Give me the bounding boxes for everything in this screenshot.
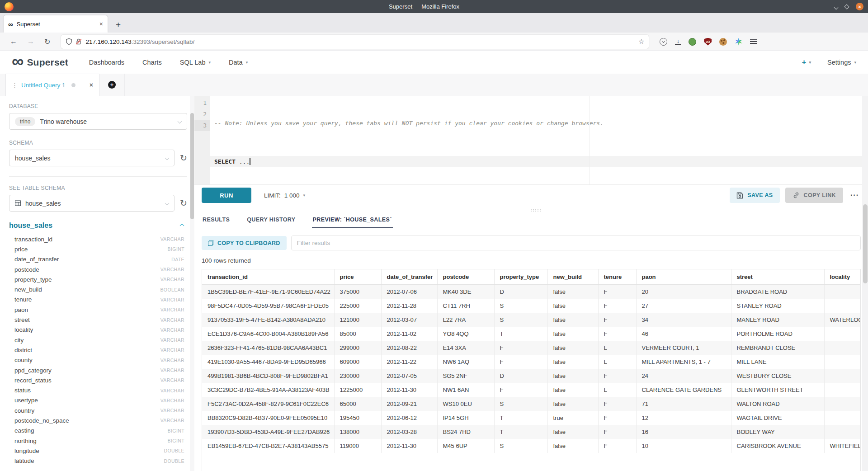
save-as-button[interactable]: SAVE AS: [730, 188, 779, 203]
tab-preview-house-sales[interactable]: PREVIEW: `HOUSE_SALES`: [312, 214, 393, 228]
run-button[interactable]: RUN: [202, 188, 251, 203]
column-header[interactable]: locality: [824, 269, 860, 285]
download-icon[interactable]: ↓: [675, 38, 681, 45]
privacy-badger-extension-icon[interactable]: [689, 38, 696, 46]
browser-tab-superset[interactable]: ∞ Superset ×: [4, 15, 108, 33]
table-cell: false: [547, 425, 598, 439]
query-tab-untitled-1[interactable]: ⋮ Untitled Query 1 ×: [5, 74, 99, 96]
column-header[interactable]: street: [731, 269, 824, 285]
superset-logo[interactable]: ∞ Superset: [12, 57, 68, 68]
table-cell: [824, 299, 860, 313]
url-bar[interactable]: 217.160.120.143 :32393/superset/sqllab/ …: [61, 35, 649, 49]
menu-icon[interactable]: [750, 38, 757, 45]
table-cell: BRADGATE ROAD: [731, 285, 824, 299]
back-button[interactable]: ←: [6, 38, 21, 46]
add-query-tab[interactable]: +: [99, 74, 125, 96]
cookie-extension-icon[interactable]: [719, 38, 727, 46]
reload-button[interactable]: ↻: [41, 38, 54, 46]
results-toolbar: COPY TO CLIPBOARD: [202, 236, 861, 250]
collapse-chevron-up-icon[interactable]: [180, 223, 184, 228]
column-header[interactable]: tenure: [598, 269, 636, 285]
nav-item-dashboards[interactable]: Dashboards: [89, 59, 124, 66]
schema-label: SCHEMA: [9, 140, 187, 146]
column-name: price: [14, 246, 28, 253]
column-type: BIGINT: [168, 246, 187, 252]
extension-icon[interactable]: [735, 38, 742, 46]
editor-code-area[interactable]: -- Note: Unless you save your query, the…: [210, 96, 868, 184]
table-cell: T: [494, 411, 547, 425]
sidebar-scrollbar[interactable]: [190, 96, 194, 471]
window-minimize-icon[interactable]: [835, 3, 838, 11]
copy-to-clipboard-button[interactable]: COPY TO CLIPBOARD: [202, 236, 287, 250]
table-row: 499B1981-3B6B-4BCD-808F-9FED9802BFA1 230…: [202, 369, 860, 383]
refresh-table-icon[interactable]: ↻: [180, 199, 187, 207]
sql-workpane: 1 2 3 -- Note: Unless you save your quer…: [194, 96, 868, 471]
table-cell: NW1 6AN: [437, 383, 494, 397]
schema-column: easting BIGINT: [9, 426, 187, 436]
window-close-icon[interactable]: ×: [856, 3, 863, 10]
tab-close-icon[interactable]: ×: [99, 20, 103, 28]
table-cell: [824, 411, 860, 425]
refresh-schema-icon[interactable]: ↻: [180, 154, 187, 162]
table-cell: 2012-08-22: [381, 341, 437, 355]
table-cell: L22 7RA: [437, 313, 494, 327]
tab-query-history[interactable]: QUERY HISTORY: [246, 214, 296, 228]
page-scrollbar-thumb[interactable]: [863, 204, 868, 283]
column-name: district: [14, 347, 32, 353]
copy-link-button[interactable]: COPY LINK: [785, 188, 843, 203]
more-options-button[interactable]: ···: [849, 191, 861, 199]
nav-item-charts[interactable]: Charts: [142, 59, 162, 66]
table-cell: 12: [636, 411, 731, 425]
drag-handle-icon[interactable]: ⋮: [12, 82, 17, 89]
table-cell: 46: [636, 327, 731, 341]
forward-button[interactable]: →: [24, 38, 38, 46]
sidebar-scrollbar-thumb[interactable]: [190, 113, 194, 219]
table-cell: EB1459EB-67ED-47C8-B2E7-A38143AB5575: [202, 439, 334, 453]
column-header[interactable]: transaction_id: [202, 269, 334, 285]
column-header[interactable]: postcode: [437, 269, 494, 285]
table-cell: E14 3XA: [437, 341, 494, 355]
settings-menu[interactable]: Settings ▾: [827, 59, 856, 66]
pane-resize-handle[interactable]: [194, 206, 868, 213]
pocket-icon[interactable]: [660, 38, 667, 46]
new-tab-button[interactable]: +: [112, 20, 124, 30]
column-name: city: [14, 337, 24, 344]
table-cell: PORTHOLME ROAD: [731, 327, 824, 341]
lock-disabled-icon[interactable]: [75, 38, 82, 45]
filter-results-input[interactable]: [291, 236, 861, 250]
sql-editor[interactable]: 1 2 3 -- Note: Unless you save your quer…: [194, 96, 868, 185]
column-header[interactable]: date_of_transfer: [381, 269, 437, 285]
column-header[interactable]: paon: [636, 269, 731, 285]
plus-icon: +: [108, 81, 116, 89]
table-cell: 1225000: [334, 383, 381, 397]
table-cell: 2012-11-30: [381, 439, 437, 453]
page-scrollbar[interactable]: [862, 96, 868, 471]
column-header[interactable]: price: [334, 269, 381, 285]
database-select[interactable]: trino Trino warehouse: [9, 113, 187, 130]
nav-item-sql-lab[interactable]: SQL Lab ▾: [180, 59, 211, 66]
sqllab-sidebar: DATABASE trino Trino warehouse SCHEMA ho…: [0, 96, 194, 471]
query-tab-close-icon[interactable]: ×: [90, 81, 93, 89]
column-type: VARCHAR: [160, 267, 187, 272]
table-cell: F: [598, 425, 636, 439]
table-cell: WS10 0EU: [437, 397, 494, 411]
column-header[interactable]: new_build: [547, 269, 598, 285]
table-cell: CLARENCE GATE GARDENS: [636, 383, 731, 397]
table-cell: 71: [636, 397, 731, 411]
limit-dropdown[interactable]: LIMIT: 1 000 ▾: [264, 192, 305, 199]
shield-icon[interactable]: [66, 38, 72, 45]
line-number: 3: [194, 120, 210, 131]
new-item-button[interactable]: + ▾: [802, 58, 811, 67]
column-type: BIGINT: [168, 428, 187, 433]
table-cell: STANLEY ROAD: [731, 299, 824, 313]
tab-results[interactable]: RESULTS: [202, 214, 231, 228]
bookmark-star-icon[interactable]: ☆: [638, 38, 644, 46]
firefox-icon: [5, 2, 14, 11]
nav-item-data[interactable]: Data ▾: [229, 59, 248, 66]
schema-select[interactable]: house_sales: [9, 150, 175, 166]
column-header[interactable]: property_type: [494, 269, 547, 285]
table-select[interactable]: house_sales: [9, 195, 175, 212]
table-cell: [824, 285, 860, 299]
ublock-origin-extension-icon[interactable]: uO: [704, 38, 712, 46]
window-maximize-icon[interactable]: [844, 4, 849, 9]
